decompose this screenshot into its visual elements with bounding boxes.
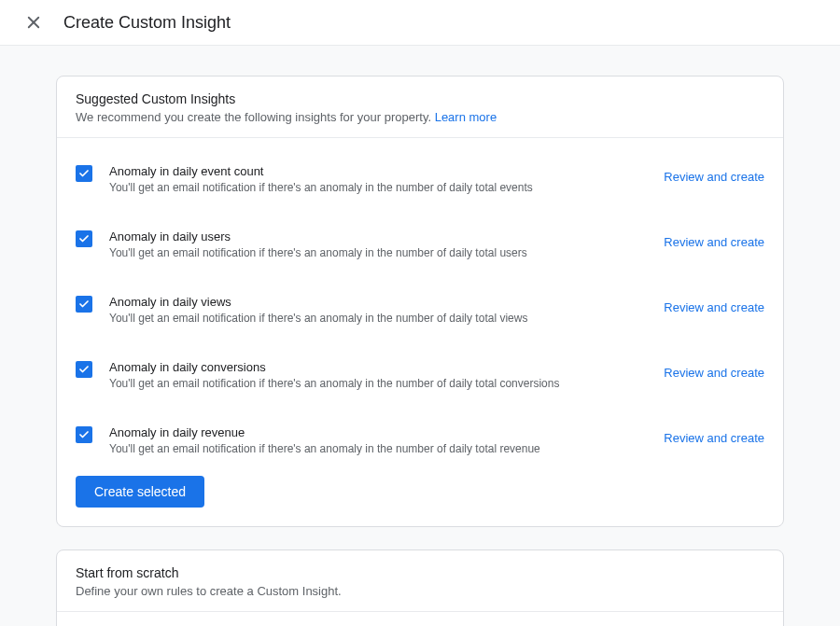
insight-desc: You'll get an email notification if ther… bbox=[109, 442, 649, 455]
close-icon bbox=[25, 14, 42, 31]
insight-checkbox[interactable] bbox=[76, 296, 92, 313]
insight-title: Anomaly in daily conversions bbox=[109, 360, 649, 374]
insight-checkbox[interactable] bbox=[76, 361, 92, 378]
scratch-card-header: Start from scratch Define your own rules… bbox=[57, 550, 783, 612]
insight-list: Anomaly in daily event count You'll get … bbox=[57, 138, 783, 472]
scratch-card-body: Create new bbox=[57, 612, 783, 626]
learn-more-link[interactable]: Learn more bbox=[435, 110, 497, 124]
page-title: Create Custom Insight bbox=[63, 13, 231, 33]
insight-row: Anomaly in daily views You'll get an ema… bbox=[76, 276, 764, 341]
review-and-create-link[interactable]: Review and create bbox=[664, 230, 764, 249]
page-header: Create Custom Insight bbox=[0, 0, 840, 46]
suggested-card-footer: Create selected bbox=[57, 472, 783, 526]
insight-desc: You'll get an email notification if ther… bbox=[109, 246, 649, 259]
insight-text: Anomaly in daily users You'll get an ema… bbox=[109, 230, 649, 259]
insight-title: Anomaly in daily users bbox=[109, 230, 649, 243]
checkbox-checked-icon bbox=[76, 296, 92, 313]
checkbox-checked-icon bbox=[76, 230, 92, 247]
start-from-scratch-card: Start from scratch Define your own rules… bbox=[56, 549, 784, 626]
insight-title: Anomaly in daily revenue bbox=[109, 425, 649, 439]
checkbox-checked-icon bbox=[76, 165, 92, 182]
insight-checkbox[interactable] bbox=[76, 165, 92, 182]
insight-text: Anomaly in daily event count You'll get … bbox=[109, 164, 649, 194]
insight-checkbox[interactable] bbox=[76, 426, 92, 443]
insight-text: Anomaly in daily views You'll get an ema… bbox=[109, 295, 649, 325]
insight-desc: You'll get an email notification if ther… bbox=[109, 312, 649, 325]
review-and-create-link[interactable]: Review and create bbox=[664, 295, 764, 314]
suggested-subtitle: We recommend you create the following in… bbox=[76, 110, 764, 124]
checkbox-checked-icon bbox=[76, 426, 92, 443]
insight-row: Anomaly in daily conversions You'll get … bbox=[76, 341, 764, 407]
review-and-create-link[interactable]: Review and create bbox=[664, 164, 764, 184]
insight-text: Anomaly in daily conversions You'll get … bbox=[109, 360, 649, 390]
page-body: Suggested Custom Insights We recommend y… bbox=[0, 46, 840, 626]
insight-row: Anomaly in daily event count You'll get … bbox=[76, 146, 764, 211]
insight-title: Anomaly in daily event count bbox=[109, 164, 649, 178]
insight-checkbox[interactable] bbox=[76, 230, 92, 247]
review-and-create-link[interactable]: Review and create bbox=[664, 360, 764, 380]
scratch-title: Start from scratch bbox=[76, 565, 764, 580]
checkbox-checked-icon bbox=[76, 361, 92, 378]
insight-row: Anomaly in daily revenue You'll get an e… bbox=[76, 407, 764, 472]
suggested-title: Suggested Custom Insights bbox=[76, 91, 764, 106]
insight-row: Anomaly in daily users You'll get an ema… bbox=[76, 211, 764, 276]
review-and-create-link[interactable]: Review and create bbox=[664, 425, 764, 445]
insight-title: Anomaly in daily views bbox=[109, 295, 649, 309]
create-selected-button[interactable]: Create selected bbox=[76, 476, 204, 508]
suggested-card-header: Suggested Custom Insights We recommend y… bbox=[57, 77, 783, 138]
insight-desc: You'll get an email notification if ther… bbox=[109, 181, 649, 194]
insight-desc: You'll get an email notification if ther… bbox=[109, 377, 649, 390]
suggested-insights-card: Suggested Custom Insights We recommend y… bbox=[56, 76, 784, 527]
insight-text: Anomaly in daily revenue You'll get an e… bbox=[109, 425, 649, 455]
close-button[interactable] bbox=[22, 11, 45, 34]
scratch-subtitle: Define your own rules to create a Custom… bbox=[76, 584, 764, 598]
